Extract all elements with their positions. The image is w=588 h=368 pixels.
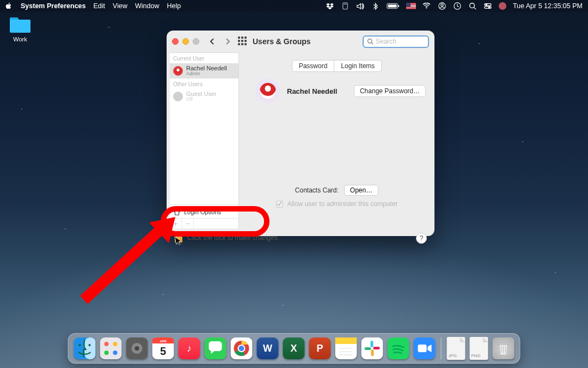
window-titlebar: Users & Groups Search [167,31,434,52]
dock-app-spotify[interactable] [388,337,409,359]
clock-icon[interactable] [453,2,462,10]
lock-hint-text: Click the lock to make changes. [187,234,279,242]
svg-point-7 [441,4,443,6]
sidebar-section-current: Current User [170,53,238,63]
dock-app-messages[interactable] [205,337,226,359]
sidebar-user-guest[interactable]: Guest User Off [170,89,238,104]
menu-help[interactable]: Help [167,2,181,10]
dock-app-chrome[interactable] [231,337,253,359]
dock-trash[interactable] [493,337,514,359]
svg-point-9 [470,3,475,8]
folder-icon [9,15,32,34]
dock-app-powerpoint[interactable]: P [309,337,331,359]
wifi-icon[interactable] [422,2,431,10]
dock-app-slack[interactable] [362,337,383,359]
forward-button[interactable] [222,36,233,47]
grid-icon [238,37,248,46]
back-button[interactable] [207,36,218,47]
contacts-card-label: Contacts Card: [295,186,339,194]
login-options-row[interactable]: Login Options [170,204,238,218]
close-button[interactable] [172,38,179,45]
menu-view[interactable]: View [113,2,127,10]
show-all-button[interactable] [237,36,248,47]
menu-edit[interactable]: Edit [94,2,106,10]
dock-app-music[interactable]: ♪ [179,337,200,359]
dock-app-word[interactable]: W [257,337,279,359]
control-center-icon[interactable] [483,2,492,10]
dock-document[interactable]: JPG [447,337,465,360]
apple-menu[interactable] [4,2,13,10]
dock-app-zoom[interactable] [414,337,436,359]
menu-window[interactable]: Window [135,2,159,10]
login-options-label: Login Options [184,209,221,215]
add-user-button[interactable]: + [170,219,182,228]
svg-rect-18 [85,337,96,359]
tab-segmented-control: Password Login Items [292,60,382,72]
change-password-button[interactable]: Change Password… [354,85,426,97]
dock-app-launchpad[interactable] [100,337,122,359]
svg-text:5: 5 [160,345,166,357]
users-sidebar: Current User Rachel Needell Admin Other … [170,52,239,228]
svg-point-20 [89,344,91,346]
user-role: Admin [186,71,227,77]
sidebar-section-other: Other Users [170,79,238,89]
folder-label: Work [7,36,34,43]
svg-point-28 [135,346,139,351]
input-source-flag-icon[interactable] [406,3,416,9]
user-menu-icon[interactable] [438,2,446,10]
remove-user-button[interactable]: − [182,219,194,228]
svg-rect-45 [371,341,373,347]
user-avatar-icon [173,66,183,76]
annotation-arrow [68,213,182,305]
dock-app-finder[interactable] [74,337,96,359]
traffic-lights [172,38,199,45]
home-icon [173,208,181,216]
bluetooth-icon[interactable] [371,2,380,10]
svg-line-15 [84,229,161,300]
window-title: Users & Groups [253,37,311,46]
spotlight-icon[interactable] [468,2,477,10]
svg-point-25 [113,351,118,355]
volume-icon[interactable] [356,2,365,10]
preferences-window: Users & Groups Search Current User Rache… [167,31,434,236]
svg-rect-51 [418,345,427,352]
menubar-app-name[interactable]: System Preferences [21,2,86,10]
menubar-datetime[interactable]: Tue Apr 5 12:35:05 PM [513,2,583,10]
dock-separator [441,337,442,359]
dock-app-excel[interactable]: X [283,337,305,359]
tab-login-items[interactable]: Login Items [334,61,381,71]
account-avatar-icon[interactable] [499,2,506,10]
dock-app-calendar[interactable]: APR5 [152,337,174,359]
battery-icon[interactable] [387,2,400,10]
storage-icon[interactable] [341,2,350,10]
minimize-button[interactable] [182,38,189,45]
search-field[interactable]: Search [363,35,429,48]
window-footer: Click the lock to make changes. ? [167,228,434,247]
zoom-button[interactable] [193,38,199,45]
sidebar-user-current[interactable]: Rachel Needell Admin [170,63,238,79]
svg-rect-46 [365,347,371,350]
dock-app-notes[interactable] [335,337,357,359]
svg-rect-44 [362,337,383,359]
svg-point-14 [368,39,372,44]
svg-point-11 [486,4,487,5]
svg-point-38 [239,346,244,351]
guest-avatar-icon [173,92,183,101]
dock-app-settings[interactable] [126,337,148,359]
dock-document[interactable]: PNG [470,337,488,360]
contacts-open-button[interactable]: Open… [344,185,378,196]
user-detail-pane: Password Login Items Rachel Needell Chan… [239,52,434,228]
help-button[interactable]: ? [416,233,427,244]
profile-avatar[interactable] [255,79,280,104]
svg-rect-0 [343,3,347,9]
dropbox-icon[interactable] [326,2,334,10]
desktop-folder-work[interactable]: Work [7,15,34,43]
tab-password[interactable]: Password [292,61,334,71]
admin-checkbox[interactable] [276,201,283,208]
svg-rect-21 [100,337,122,359]
admin-checkbox-label: Allow user to administer this computer [287,200,398,208]
svg-text:APR: APR [160,340,167,343]
svg-point-24 [105,351,109,355]
svg-rect-47 [371,349,374,356]
svg-point-19 [79,344,81,346]
